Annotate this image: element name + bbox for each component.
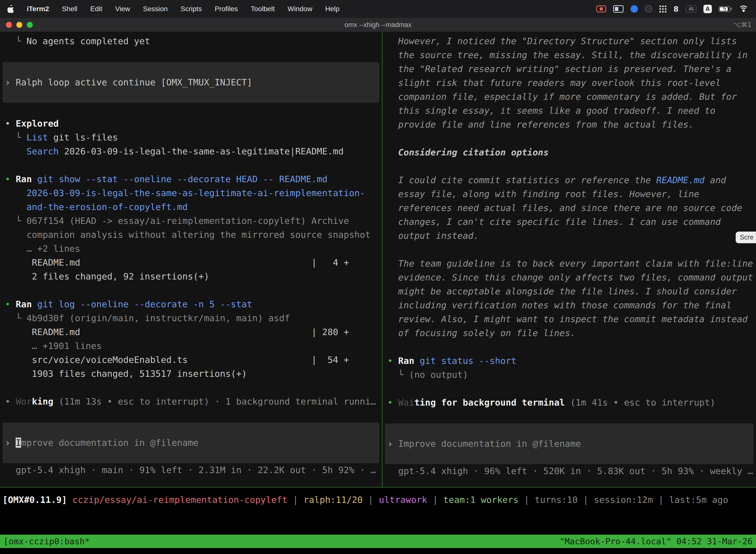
text-segment: • [387,356,398,366]
text-segment: › [5,77,16,88]
text-segment: git status --short [420,356,516,366]
text-segment: this single essay, it seems like a good … [387,106,715,116]
dark-app-icon[interactable] [645,5,652,13]
screen-share-tab[interactable]: Scre [736,232,756,243]
tmux-status-bar: [omx-cczip0:bash* "MacBook-Pro-44.local"… [0,535,756,548]
app-grid-dots-icon[interactable] [659,5,667,13]
text-segment: README.md | 4 + [5,258,349,268]
terminal-line: might be acceptable alongside the file l… [382,284,756,298]
menu-item-profiles[interactable]: Profiles [215,5,238,13]
terminal-line: › Improve documentation in @filename [385,437,754,451]
text-segment: output instead. [387,231,479,241]
terminal-line: 2026-03-09-is-legal-the-same-as-legitima… [0,186,382,200]
terminal-line: Search 2026-03-09-is-legal-the-same-as-l… [0,145,382,158]
terminal-line: └ (no output) [382,368,756,382]
zoom-button[interactable] [27,22,33,28]
text-segment: | [427,495,443,505]
text-segment: provide file and line references from th… [387,119,694,129]
screen-recording-icon[interactable] [596,5,606,12]
close-button[interactable] [6,22,12,28]
terminal-line [0,103,382,117]
text-segment: | [288,495,304,505]
tmux-session-label: [omx-cczip0:bash* [3,535,90,548]
terminal-line: • Ran git log --oneline --decorate -n 5 … [0,297,382,311]
text-segment: and [705,175,726,185]
terminal-line: └ 4b9d30f (origin/main, instructkr/main,… [0,311,382,325]
text-segment: No agents completed yet [26,36,150,46]
window-title-bar: omx --xhigh --madmax ⌥⌘1 [0,18,756,32]
minimize-button[interactable] [16,22,22,28]
menu-item-session[interactable]: Session [143,5,168,13]
terminal-line [0,283,382,297]
input-source-icon[interactable]: A [703,5,712,13]
menu-item-help[interactable]: Help [325,5,339,13]
figure-eight-icon[interactable]: 8 [674,5,679,13]
prompt-input-box[interactable]: › Improve documentation in @filename [2,423,379,463]
terminal-line: the source tree, missing the essay. Stil… [382,48,756,62]
text-segment: gpt-5.4 xhigh · main · 91% left · 2.31M … [5,465,376,475]
text-segment: • [5,174,16,184]
menu-item-shell[interactable]: Shell [62,5,77,13]
text-segment: └ [5,313,26,323]
text-segment: 2026-03-09-is-legal-the-same-as-legitima… [59,146,344,156]
blue-app-icon[interactable] [630,5,638,13]
terminal-line: However, I noticed the "Directory Struct… [382,34,756,48]
text-segment: The team guideline is to back every impo… [387,258,753,269]
menu-status-icons: 8 .61 A ϟ [596,5,749,13]
menu-item-edit[interactable]: Edit [90,5,102,13]
text-segment: └ [5,132,26,143]
menu-item-view[interactable]: View [115,5,130,13]
terminal-line: 1903 files changed, 513517 insertions(+) [0,367,382,381]
terminal-line: changes, I can't cite specific file line… [382,215,756,229]
text-segment: king [32,396,53,406]
menu-item-window[interactable]: Window [288,5,313,13]
text-segment: Search [26,146,59,156]
text-segment [32,174,37,184]
menu-item-scripts[interactable]: Scripts [181,5,202,13]
text-segment: • [5,299,16,309]
terminal-line [382,159,756,173]
text-segment: • [387,397,398,407]
text-segment: List [26,132,48,143]
terminal-line: └ List git ls-files [0,130,382,145]
text-segment: git show --stat --oneline --decorate HEA… [37,174,327,184]
terminal-line: this single essay, it seems like a good … [382,104,756,118]
text-segment: └ [387,370,409,380]
text-segment: cczip/essay/ai-reimplementation-copyleft [72,495,288,505]
text-segment [32,299,37,309]
text-segment [5,146,26,156]
traffic-lights [0,22,33,28]
text-segment: ting for background terminal [414,397,565,407]
terminal-line [382,131,756,146]
text-segment: Wor [16,396,32,406]
terminal-line [382,243,756,257]
badge-61-icon[interactable]: .61 [686,5,696,13]
text-segment: gpt-5.4 xhigh · 96% left · 520K in · 5.8… [387,466,753,476]
wifi-icon[interactable] [739,5,749,12]
terminal-line: 2 files changed, 92 insertions(+) [0,270,382,283]
terminal-line: • Working (11m 13s • esc to interrupt) ·… [0,395,382,408]
terminal-line: src/voice/voiceModeEnabled.ts | 54 + [0,353,382,367]
text-segment: However, I noticed the "Directory Struct… [387,36,737,46]
text-cursor: I [16,438,21,448]
terminal-line: output instead. [382,229,756,243]
right-pane[interactable]: However, I noticed the "Directory Struct… [382,32,756,487]
text-segment: › [387,439,398,449]
prompt-input-box[interactable]: › Improve documentation in @filename [385,424,754,464]
apple-menu-icon[interactable] [7,5,14,13]
left-pane[interactable]: └ No agents completed yet› Ralph loop ac… [0,32,382,487]
terminal-line: • Ran git status --short [382,354,756,368]
text-segment: companion analysis without altering the … [5,230,371,240]
menu-item-toolbelt[interactable]: Toolbelt [251,5,275,13]
text-segment: • [5,396,16,406]
window-grid-icon[interactable] [613,5,624,13]
text-segment: I could cite commit statistics or refere… [387,175,656,185]
terminal-line [382,340,756,354]
text-segment: git ls-files [48,132,118,143]
text-segment: └ [5,36,26,46]
battery-icon[interactable]: ϟ [719,6,732,12]
terminal-line [0,158,382,172]
terminal-line: I could cite commit statistics or refere… [382,173,756,187]
menu-item-iterm2[interactable]: iTerm2 [27,5,49,13]
terminal-line: companion file, especially if more comme… [382,90,756,104]
